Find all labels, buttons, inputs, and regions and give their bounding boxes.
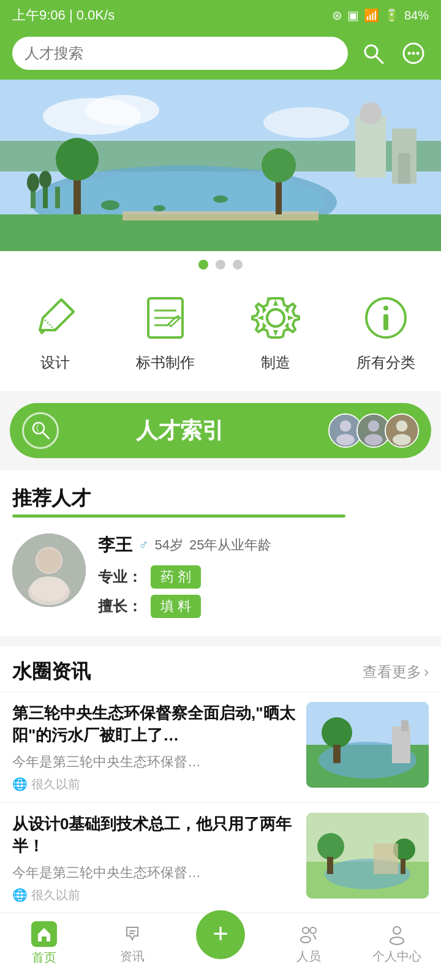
svg-point-38 — [383, 306, 388, 311]
talent-experience: 25年从业年龄 — [189, 536, 271, 554]
status-right: ⊛ ▣ 📶 🔋 84% — [332, 8, 429, 23]
talent-age: 54岁 — [155, 536, 183, 554]
nav-profile-label: 个人中心 — [372, 948, 421, 965]
nav-add[interactable]: + — [184, 929, 257, 959]
nav-home-label: 首页 — [32, 949, 56, 966]
svg-point-76 — [393, 927, 401, 934]
category-design-label: 设计 — [40, 353, 70, 372]
nav-home[interactable]: 首页 — [7, 921, 81, 966]
add-button[interactable]: + — [196, 910, 245, 959]
news-nav-icon — [121, 922, 144, 946]
talent-index-banner[interactable]: 人才索引 — [10, 403, 431, 458]
talent-avatar-group — [328, 413, 419, 448]
news-headline-1: 第三轮中央生态环保督察全面启动,"晒太阳"的污水厂被盯上了… — [12, 702, 296, 747]
plus-icon: + — [213, 920, 228, 947]
category-design[interactable]: 设计 — [9, 290, 101, 372]
status-time: 上午9:06 | 0.0K/s — [12, 6, 115, 24]
svg-point-50 — [393, 434, 411, 446]
svg-point-28 — [101, 200, 119, 210]
svg-rect-70 — [374, 843, 398, 874]
banner — [0, 80, 441, 251]
talent-info: 李王 ♂ 54岁 25年从业年龄 专业： 药 剂 擅长： 填 料 — [98, 533, 429, 624]
nav-profile[interactable]: 个人中心 — [360, 922, 434, 965]
svg-rect-14 — [398, 153, 410, 184]
dot-2[interactable] — [216, 260, 225, 270]
svg-point-43 — [340, 420, 352, 432]
search-input-wrap[interactable] — [12, 37, 348, 70]
svg-point-12 — [360, 102, 382, 124]
skill-tag[interactable]: 填 料 — [151, 595, 201, 618]
category-manufacturing[interactable]: 制造 — [230, 290, 322, 372]
news-item-2[interactable]: 从设计0基础到技术总工，他只用了两年半！ 今年是第三轮中央生态环保督… 🌐 很久… — [0, 802, 441, 913]
title-underline — [12, 514, 345, 518]
svg-point-20 — [27, 173, 39, 192]
news-meta-2: 🌐 很久以前 — [12, 887, 296, 903]
svg-rect-61 — [392, 726, 410, 763]
home-icon — [31, 921, 57, 947]
svg-point-47 — [364, 434, 383, 446]
message-button[interactable] — [398, 38, 429, 69]
dot-3[interactable] — [233, 260, 243, 270]
talent-specialty-row: 专业： 药 剂 — [98, 565, 429, 589]
banner-image — [0, 80, 441, 251]
svg-point-8 — [86, 95, 159, 126]
skill-label: 擅长： — [98, 597, 142, 616]
specialty-label: 专业： — [98, 567, 142, 587]
svg-point-75 — [310, 927, 316, 933]
category-bidding[interactable]: 标书制作 — [119, 290, 211, 372]
svg-point-49 — [396, 420, 408, 432]
svg-point-5 — [417, 52, 420, 55]
svg-point-3 — [408, 52, 411, 55]
svg-point-55 — [31, 576, 67, 601]
category-all[interactable]: 所有分类 — [340, 290, 432, 372]
category-manufacturing-label: 制造 — [261, 353, 290, 372]
svg-point-29 — [213, 195, 228, 203]
nav-news[interactable]: 资讯 — [96, 922, 169, 965]
profile-nav-icon — [385, 922, 409, 946]
news-title: 水圈资讯 — [12, 658, 91, 685]
svg-point-27 — [262, 148, 296, 183]
svg-point-73 — [303, 927, 309, 933]
category-all-label: 所有分类 — [356, 353, 415, 372]
news-snippet-1: 今年是第三轮中央生态环保督… — [12, 753, 296, 771]
bottom-nav: 首页 资讯 + 人员 个人中心 — [0, 913, 441, 980]
battery-percent: 84% — [404, 9, 429, 23]
talent-name: 李王 — [98, 533, 132, 557]
svg-point-74 — [301, 937, 311, 943]
svg-point-46 — [368, 420, 380, 432]
talent-card[interactable]: 李王 ♂ 54岁 25年从业年龄 专业： 药 剂 擅长： 填 料 — [0, 521, 441, 636]
battery-icon: 🔋 — [384, 8, 399, 23]
svg-rect-67 — [327, 857, 333, 874]
talent-gender: ♂ — [138, 537, 149, 553]
svg-rect-69 — [401, 859, 405, 874]
news-content-1: 第三轮中央生态环保督察全面启动,"晒太阳"的污水厂被盯上了… 今年是第三轮中央生… — [12, 702, 296, 793]
news-source-icon-2: 🌐 — [12, 888, 28, 902]
news-meta-1: 🌐 很久以前 — [12, 776, 296, 793]
svg-point-30 — [153, 205, 165, 211]
svg-point-36 — [267, 309, 284, 326]
category-bidding-label: 标书制作 — [136, 353, 195, 372]
svg-rect-60 — [333, 745, 341, 763]
category-section: 设计 标书制作 — [0, 278, 441, 391]
svg-rect-11 — [355, 116, 386, 178]
svg-point-44 — [336, 434, 355, 446]
news-item-1[interactable]: 第三轮中央生态环保督察全面启动,"晒太阳"的污水厂被盯上了… 今年是第三轮中央生… — [0, 692, 441, 802]
chevron-right-icon: › — [424, 663, 429, 680]
news-header: 水圈资讯 查看更多 › — [0, 646, 441, 692]
nav-people[interactable]: 人员 — [272, 922, 345, 965]
dot-1[interactable] — [198, 260, 208, 270]
nav-news-label: 资讯 — [120, 948, 145, 965]
signal-icon: ▣ — [347, 8, 359, 23]
svg-point-54 — [37, 548, 61, 573]
search-button[interactable] — [358, 38, 388, 69]
talent-photo — [12, 533, 86, 607]
recommended-title: 推荐人才 — [12, 485, 429, 518]
search-input[interactable] — [24, 45, 336, 62]
svg-point-21 — [39, 171, 51, 188]
info-icon — [358, 290, 413, 345]
specialty-tag[interactable]: 药 剂 — [151, 565, 201, 589]
svg-point-25 — [56, 138, 99, 181]
carousel-dots — [0, 251, 441, 278]
nav-people-label: 人员 — [296, 948, 321, 965]
news-more-button[interactable]: 查看更多 › — [363, 662, 429, 682]
